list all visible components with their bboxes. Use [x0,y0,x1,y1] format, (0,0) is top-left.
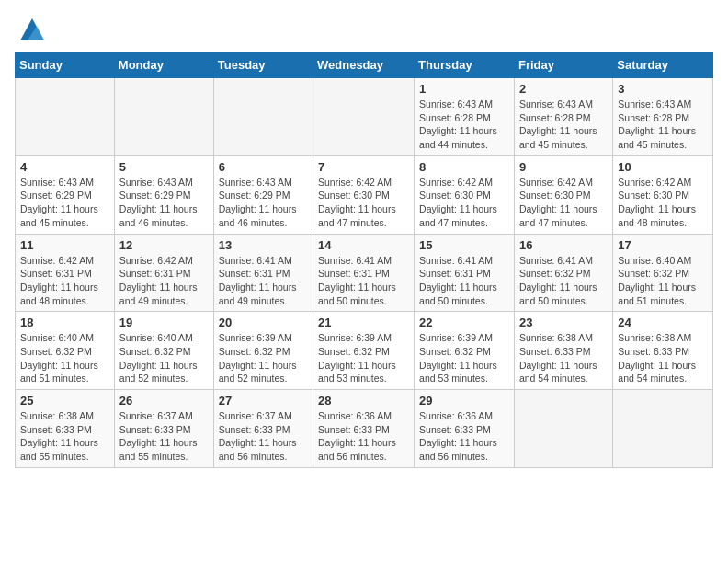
day-of-week-header: Sunday [16,52,115,78]
calendar-cell: 9Sunrise: 6:42 AM Sunset: 6:30 PM Daylig… [514,155,612,234]
day-number: 2 [519,82,608,96]
calendar-cell: 11Sunrise: 6:42 AM Sunset: 6:31 PM Dayli… [16,234,115,312]
day-number: 9 [519,160,608,174]
day-info: Sunrise: 6:42 AM Sunset: 6:30 PM Dayligh… [618,176,708,230]
day-info: Sunrise: 6:37 AM Sunset: 6:33 PM Dayligh… [219,409,308,464]
calendar-cell: 16Sunrise: 6:41 AM Sunset: 6:32 PM Dayli… [514,234,612,312]
day-number: 21 [318,316,409,329]
calendar-cell: 21Sunrise: 6:39 AM Sunset: 6:32 PM Dayli… [313,312,415,390]
day-of-week-header: Wednesday [313,52,415,78]
day-number: 27 [219,394,308,408]
day-number: 8 [419,160,509,174]
day-info: Sunrise: 6:43 AM Sunset: 6:28 PM Dayligh… [618,98,708,152]
day-number: 29 [419,394,509,408]
day-info: Sunrise: 6:38 AM Sunset: 6:33 PM Dayligh… [519,331,608,385]
day-number: 12 [119,238,209,252]
day-info: Sunrise: 6:37 AM Sunset: 6:33 PM Dayligh… [119,409,209,464]
day-info: Sunrise: 6:43 AM Sunset: 6:28 PM Dayligh… [419,98,509,152]
calendar-cell [313,78,415,156]
day-info: Sunrise: 6:40 AM Sunset: 6:32 PM Dayligh… [20,331,109,385]
day-info: Sunrise: 6:40 AM Sunset: 6:32 PM Dayligh… [618,254,708,308]
day-number: 25 [20,394,109,408]
day-info: Sunrise: 6:36 AM Sunset: 6:33 PM Dayligh… [318,409,409,464]
day-number: 5 [119,160,209,174]
calendar-cell: 18Sunrise: 6:40 AM Sunset: 6:32 PM Dayli… [16,312,115,390]
calendar-cell [613,390,713,468]
day-number: 3 [618,82,708,96]
day-of-week-header: Thursday [415,52,515,78]
day-number: 23 [519,316,608,329]
calendar-cell: 7Sunrise: 6:42 AM Sunset: 6:30 PM Daylig… [313,155,415,234]
calendar-cell: 8Sunrise: 6:42 AM Sunset: 6:30 PM Daylig… [415,155,515,234]
day-number: 7 [318,160,409,174]
day-number: 16 [519,238,608,252]
calendar-cell: 29Sunrise: 6:36 AM Sunset: 6:33 PM Dayli… [415,390,515,468]
day-number: 10 [618,160,708,174]
calendar-cell [16,78,115,156]
calendar-cell: 22Sunrise: 6:39 AM Sunset: 6:32 PM Dayli… [415,312,515,390]
day-info: Sunrise: 6:36 AM Sunset: 6:33 PM Dayligh… [419,409,509,464]
day-info: Sunrise: 6:38 AM Sunset: 6:33 PM Dayligh… [618,331,708,385]
day-number: 15 [419,238,509,252]
logo [15,15,46,42]
calendar-cell: 28Sunrise: 6:36 AM Sunset: 6:33 PM Dayli… [313,390,415,468]
day-number: 4 [20,160,109,174]
calendar-cell: 5Sunrise: 6:43 AM Sunset: 6:29 PM Daylig… [114,155,213,234]
day-info: Sunrise: 6:41 AM Sunset: 6:31 PM Dayligh… [419,254,509,308]
calendar-cell: 15Sunrise: 6:41 AM Sunset: 6:31 PM Dayli… [415,234,515,312]
day-of-week-header: Friday [514,52,612,78]
day-info: Sunrise: 6:43 AM Sunset: 6:29 PM Dayligh… [119,176,209,230]
day-number: 18 [20,316,109,329]
day-info: Sunrise: 6:42 AM Sunset: 6:30 PM Dayligh… [318,176,409,230]
day-info: Sunrise: 6:41 AM Sunset: 6:32 PM Dayligh… [519,254,608,308]
day-info: Sunrise: 6:42 AM Sunset: 6:31 PM Dayligh… [119,254,209,308]
day-number: 11 [20,238,109,252]
calendar-week-row: 11Sunrise: 6:42 AM Sunset: 6:31 PM Dayli… [16,234,713,312]
day-info: Sunrise: 6:40 AM Sunset: 6:32 PM Dayligh… [119,331,209,385]
calendar-cell: 4Sunrise: 6:43 AM Sunset: 6:29 PM Daylig… [16,155,115,234]
day-info: Sunrise: 6:38 AM Sunset: 6:33 PM Dayligh… [20,409,109,464]
day-number: 22 [419,316,509,329]
day-number: 1 [419,82,509,96]
calendar-cell: 14Sunrise: 6:41 AM Sunset: 6:31 PM Dayli… [313,234,415,312]
day-info: Sunrise: 6:42 AM Sunset: 6:31 PM Dayligh… [20,254,109,308]
day-info: Sunrise: 6:39 AM Sunset: 6:32 PM Dayligh… [219,331,308,385]
calendar-week-row: 25Sunrise: 6:38 AM Sunset: 6:33 PM Dayli… [16,390,713,468]
calendar-cell: 17Sunrise: 6:40 AM Sunset: 6:32 PM Dayli… [613,234,713,312]
day-number: 17 [618,238,708,252]
calendar-cell: 13Sunrise: 6:41 AM Sunset: 6:31 PM Dayli… [213,234,313,312]
calendar-cell: 3Sunrise: 6:43 AM Sunset: 6:28 PM Daylig… [613,78,713,156]
day-info: Sunrise: 6:43 AM Sunset: 6:29 PM Dayligh… [219,176,308,230]
calendar-cell: 6Sunrise: 6:43 AM Sunset: 6:29 PM Daylig… [213,155,313,234]
calendar-cell [213,78,313,156]
day-info: Sunrise: 6:42 AM Sunset: 6:30 PM Dayligh… [519,176,608,230]
calendar-cell: 1Sunrise: 6:43 AM Sunset: 6:28 PM Daylig… [415,78,515,156]
day-info: Sunrise: 6:43 AM Sunset: 6:29 PM Dayligh… [20,176,109,230]
logo-icon [18,15,46,42]
calendar-week-row: 18Sunrise: 6:40 AM Sunset: 6:32 PM Dayli… [16,312,713,390]
day-info: Sunrise: 6:39 AM Sunset: 6:32 PM Dayligh… [419,331,509,385]
calendar-week-row: 4Sunrise: 6:43 AM Sunset: 6:29 PM Daylig… [16,155,713,234]
day-number: 14 [318,238,409,252]
calendar-cell: 10Sunrise: 6:42 AM Sunset: 6:30 PM Dayli… [613,155,713,234]
day-number: 19 [119,316,209,329]
calendar-cell [114,78,213,156]
day-info: Sunrise: 6:43 AM Sunset: 6:28 PM Dayligh… [519,98,608,152]
calendar-cell: 24Sunrise: 6:38 AM Sunset: 6:33 PM Dayli… [613,312,713,390]
calendar-cell: 26Sunrise: 6:37 AM Sunset: 6:33 PM Dayli… [114,390,213,468]
day-info: Sunrise: 6:41 AM Sunset: 6:31 PM Dayligh… [318,254,409,308]
calendar-cell: 25Sunrise: 6:38 AM Sunset: 6:33 PM Dayli… [16,390,115,468]
day-of-week-header: Saturday [613,52,713,78]
day-number: 26 [119,394,209,408]
calendar-cell: 20Sunrise: 6:39 AM Sunset: 6:32 PM Dayli… [213,312,313,390]
day-info: Sunrise: 6:42 AM Sunset: 6:30 PM Dayligh… [419,176,509,230]
day-of-week-header: Monday [114,52,213,78]
day-number: 24 [618,316,708,329]
day-info: Sunrise: 6:39 AM Sunset: 6:32 PM Dayligh… [318,331,409,385]
page-header [15,15,713,42]
calendar-week-row: 1Sunrise: 6:43 AM Sunset: 6:28 PM Daylig… [16,78,713,156]
day-number: 6 [219,160,308,174]
calendar-cell [514,390,612,468]
calendar-cell: 12Sunrise: 6:42 AM Sunset: 6:31 PM Dayli… [114,234,213,312]
day-number: 28 [318,394,409,408]
